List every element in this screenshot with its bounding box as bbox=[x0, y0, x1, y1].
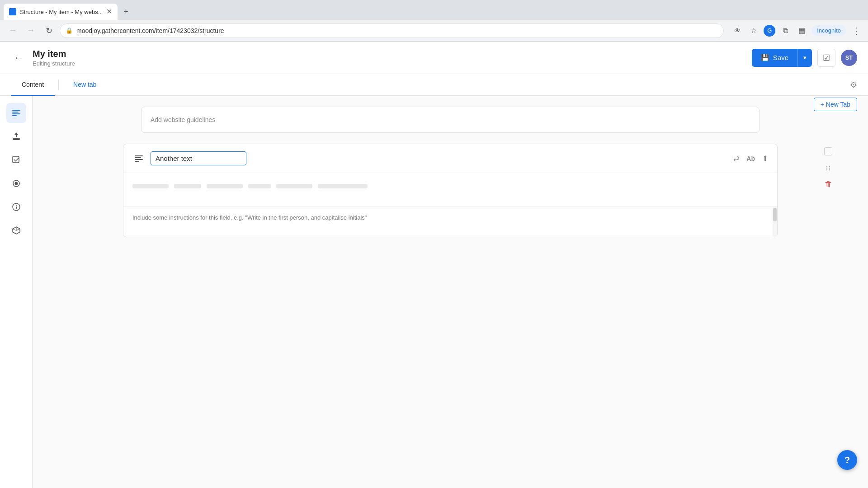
sidebar-icon-upload[interactable] bbox=[6, 127, 26, 146]
scroll-track bbox=[773, 207, 777, 237]
header-actions: 💾 Save ▾ ☑ ST bbox=[752, 49, 857, 67]
svg-rect-10 bbox=[16, 206, 17, 209]
svg-rect-12 bbox=[135, 155, 143, 156]
page-title: My item bbox=[33, 49, 745, 59]
field-format-icon[interactable]: Ab bbox=[746, 155, 755, 162]
skeleton-bar bbox=[132, 184, 169, 188]
field-swap-icon[interactable]: ⇄ bbox=[733, 154, 739, 163]
sidebar-icon-info[interactable] bbox=[6, 197, 26, 217]
sidebar-icon-text[interactable] bbox=[6, 103, 26, 123]
extensions-icon[interactable]: ⧉ bbox=[779, 24, 792, 37]
info-icon bbox=[11, 202, 21, 212]
field-header: ⇄ Ab ⬆ bbox=[123, 144, 777, 173]
more-menu-icon[interactable]: ⋮ bbox=[850, 24, 863, 37]
field-header-actions: ⇄ Ab ⬆ bbox=[733, 154, 768, 163]
field-checkbox[interactable] bbox=[824, 147, 832, 155]
svg-rect-15 bbox=[135, 161, 139, 162]
guidelines-card[interactable]: Add website guidelines bbox=[141, 107, 760, 133]
field-type-icon bbox=[132, 152, 145, 165]
avatar[interactable]: ST bbox=[841, 50, 857, 66]
save-button-group: 💾 Save ▾ bbox=[752, 49, 812, 67]
back-button[interactable]: ← bbox=[11, 51, 25, 65]
star-icon[interactable]: ☆ bbox=[747, 24, 760, 37]
tab-new-label: New tab bbox=[73, 81, 96, 88]
text-lines-icon bbox=[11, 108, 21, 118]
lock-icon: 🔒 bbox=[66, 27, 73, 34]
skeleton-bar bbox=[207, 184, 243, 188]
profile-circle-icon[interactable]: G bbox=[764, 25, 775, 37]
new-tab-right-button[interactable]: + New Tab bbox=[814, 98, 857, 111]
tab-title: Structure - My item - My webs... bbox=[20, 9, 103, 15]
field-upload-icon[interactable]: ⬆ bbox=[762, 154, 768, 163]
field-name-input[interactable] bbox=[151, 151, 246, 165]
forward-nav-button[interactable]: → bbox=[24, 23, 38, 38]
tabs-bar: Content New tab ⚙ bbox=[0, 74, 868, 96]
header-title-group: My item Editing structure bbox=[33, 49, 745, 67]
svg-point-8 bbox=[14, 182, 18, 185]
field-instructions-wrapper bbox=[123, 206, 777, 237]
task-icon: ☑ bbox=[823, 53, 830, 63]
upload-icon bbox=[11, 131, 21, 141]
browser-toolbar-icons: 👁 ☆ G ⧉ ▤ Incognito ⋮ bbox=[731, 24, 863, 37]
tab-close-icon[interactable]: ✕ bbox=[106, 8, 112, 15]
help-label: ? bbox=[844, 455, 850, 465]
delete-field-button[interactable] bbox=[821, 177, 835, 192]
save-icon: 💾 bbox=[761, 54, 769, 62]
tab-favicon bbox=[9, 8, 16, 15]
svg-point-17 bbox=[829, 166, 830, 167]
scroll-thumb bbox=[773, 208, 777, 221]
skeleton-bar bbox=[318, 184, 368, 188]
sidebar-icon-checkbox[interactable] bbox=[6, 150, 26, 170]
sidebar-icon-radio[interactable] bbox=[6, 174, 26, 193]
checkbox-icon bbox=[11, 155, 21, 165]
back-nav-button[interactable]: ← bbox=[5, 23, 20, 38]
reload-button[interactable]: ↻ bbox=[42, 23, 56, 38]
new-browser-tab-button[interactable]: + bbox=[119, 5, 132, 18]
chevron-down-icon: ▾ bbox=[803, 54, 807, 61]
skeleton-bar bbox=[248, 184, 271, 188]
sidebar-icon-cube[interactable] bbox=[6, 221, 26, 240]
browser-toolbar: ← → ↻ 🔒 moodjoy.gathercontent.com/item/1… bbox=[0, 20, 868, 42]
svg-rect-13 bbox=[135, 157, 141, 158]
page-subtitle: Editing structure bbox=[33, 60, 745, 67]
save-dropdown-button[interactable]: ▾ bbox=[797, 49, 812, 67]
field-side-controls bbox=[821, 144, 835, 192]
incognito-pill[interactable]: Incognito bbox=[811, 25, 846, 36]
tab-divider bbox=[58, 80, 59, 90]
svg-point-20 bbox=[826, 169, 827, 170]
svg-rect-1 bbox=[12, 112, 19, 113]
skeleton-bar bbox=[174, 184, 201, 188]
eye-slash-icon[interactable]: 👁 bbox=[731, 24, 744, 37]
sidebar-browser-icon[interactable]: ▤ bbox=[795, 24, 808, 37]
address-bar[interactable]: 🔒 moodjoy.gathercontent.com/item/1742303… bbox=[60, 23, 724, 38]
browser-chrome: Structure - My item - My webs... ✕ + ← →… bbox=[0, 0, 868, 42]
help-button[interactable]: ? bbox=[837, 450, 857, 470]
tab-settings-icon[interactable]: ⚙ bbox=[850, 80, 857, 90]
tab-content-label: Content bbox=[22, 81, 44, 88]
drag-handle-icon[interactable] bbox=[821, 161, 835, 175]
svg-point-16 bbox=[826, 166, 827, 167]
field-instructions bbox=[123, 206, 777, 237]
svg-rect-6 bbox=[13, 156, 19, 163]
field-container: ⇄ Ab ⬆ bbox=[87, 144, 814, 237]
radio-icon bbox=[11, 178, 21, 188]
tab-content[interactable]: Content bbox=[11, 74, 55, 96]
avatar-initials: ST bbox=[845, 54, 853, 61]
svg-rect-0 bbox=[12, 110, 20, 111]
svg-rect-3 bbox=[12, 115, 17, 116]
app-header: ← My item Editing structure 💾 Save ▾ ☑ S… bbox=[0, 42, 868, 74]
svg-rect-4 bbox=[13, 138, 20, 139]
instructions-textarea[interactable] bbox=[123, 207, 777, 235]
browser-tab[interactable]: Structure - My item - My webs... ✕ bbox=[4, 4, 118, 20]
save-label: Save bbox=[773, 54, 788, 61]
svg-rect-11 bbox=[16, 205, 17, 206]
save-button[interactable]: 💾 Save bbox=[752, 49, 797, 67]
svg-rect-2 bbox=[12, 113, 20, 114]
tab-new-tab[interactable]: New tab bbox=[62, 74, 107, 96]
content-inner: Add website guidelines bbox=[33, 96, 868, 237]
guidelines-placeholder: Add website guidelines bbox=[151, 116, 215, 123]
cube-icon bbox=[11, 225, 21, 235]
instructions-area bbox=[123, 207, 777, 237]
svg-rect-5 bbox=[13, 139, 20, 140]
task-icon-button[interactable]: ☑ bbox=[817, 49, 835, 67]
